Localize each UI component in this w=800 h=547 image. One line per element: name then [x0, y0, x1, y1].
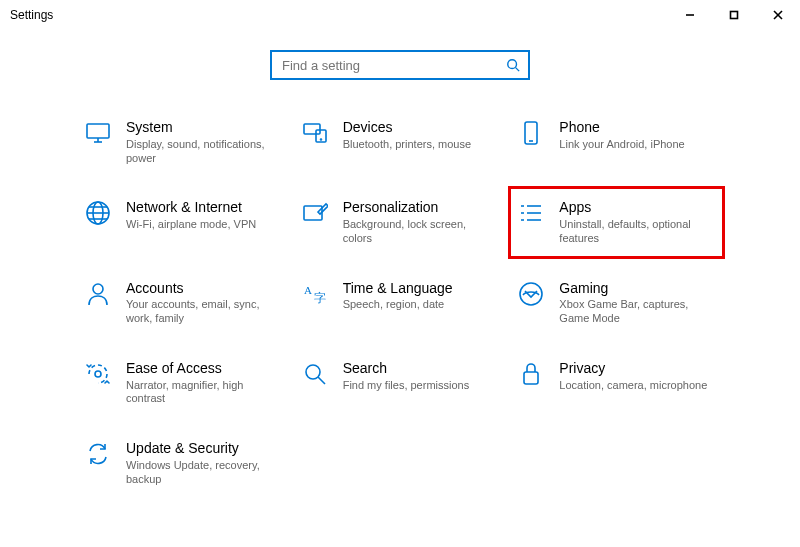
settings-grid: System Display, sound, notifications, po…: [40, 115, 760, 490]
category-desc: Uninstall, defaults, optional features: [559, 218, 709, 246]
svg-text:字: 字: [314, 291, 326, 305]
svg-line-32: [318, 377, 325, 384]
accounts-icon: [84, 280, 112, 308]
search-category-icon: [301, 360, 329, 388]
category-phone[interactable]: Phone Link your Android, iPhone: [513, 115, 720, 169]
category-title: Ease of Access: [126, 360, 276, 377]
category-desc: Bluetooth, printers, mouse: [343, 138, 471, 152]
search-input[interactable]: [280, 57, 506, 74]
category-desc: Display, sound, notifications, power: [126, 138, 276, 166]
close-button[interactable]: [756, 0, 800, 30]
svg-point-26: [93, 284, 103, 294]
category-desc: Location, camera, microphone: [559, 379, 707, 393]
category-desc: Narrator, magnifier, high contrast: [126, 379, 276, 407]
category-desc: Windows Update, recovery, backup: [126, 459, 276, 487]
window-controls: [668, 0, 800, 30]
svg-point-11: [320, 139, 321, 140]
category-desc: Background, lock screen, colors: [343, 218, 493, 246]
network-icon: [84, 199, 112, 227]
svg-point-30: [95, 371, 101, 377]
svg-point-31: [306, 365, 320, 379]
category-apps[interactable]: Apps Uninstall, defaults, optional featu…: [513, 191, 720, 253]
update-security-icon: [84, 440, 112, 468]
apps-icon: [517, 199, 545, 227]
privacy-icon: [517, 360, 545, 388]
search-box[interactable]: [270, 50, 530, 80]
category-privacy[interactable]: Privacy Location, camera, microphone: [513, 356, 720, 410]
devices-icon: [301, 119, 329, 147]
svg-point-4: [508, 60, 517, 69]
search-container: [40, 50, 760, 80]
system-icon: [84, 119, 112, 147]
time-language-icon: A字: [301, 280, 329, 308]
minimize-button[interactable]: [668, 0, 712, 30]
content-area: System Display, sound, notifications, po…: [0, 30, 800, 490]
svg-line-5: [516, 68, 520, 72]
category-network[interactable]: Network & Internet Wi-Fi, airplane mode,…: [80, 195, 287, 249]
category-title: Phone: [559, 119, 684, 136]
category-time-language[interactable]: A字 Time & Language Speech, region, date: [297, 276, 504, 330]
category-title: Update & Security: [126, 440, 276, 457]
category-desc: Link your Android, iPhone: [559, 138, 684, 152]
category-title: Search: [343, 360, 470, 377]
category-personalization[interactable]: Personalization Background, lock screen,…: [297, 195, 504, 249]
category-title: Apps: [559, 199, 709, 216]
category-devices[interactable]: Devices Bluetooth, printers, mouse: [297, 115, 504, 169]
svg-rect-33: [524, 372, 538, 384]
category-title: Time & Language: [343, 280, 453, 297]
category-title: System: [126, 119, 276, 136]
svg-rect-9: [304, 124, 320, 134]
category-ease-of-access[interactable]: Ease of Access Narrator, magnifier, high…: [80, 356, 287, 410]
gaming-icon: [517, 280, 545, 308]
category-title: Privacy: [559, 360, 707, 377]
category-title: Devices: [343, 119, 471, 136]
category-title: Personalization: [343, 199, 493, 216]
titlebar: Settings: [0, 0, 800, 30]
category-title: Network & Internet: [126, 199, 256, 216]
personalization-icon: [301, 199, 329, 227]
category-desc: Xbox Game Bar, captures, Game Mode: [559, 298, 709, 326]
maximize-button[interactable]: [712, 0, 756, 30]
phone-icon: [517, 119, 545, 147]
ease-of-access-icon: [84, 360, 112, 388]
category-desc: Your accounts, email, sync, work, family: [126, 298, 276, 326]
window-title: Settings: [10, 8, 53, 22]
close-icon: [773, 10, 783, 20]
category-search[interactable]: Search Find my files, permissions: [297, 356, 504, 410]
category-desc: Wi-Fi, airplane mode, VPN: [126, 218, 256, 232]
search-icon: [506, 58, 520, 72]
minimize-icon: [685, 10, 695, 20]
category-gaming[interactable]: Gaming Xbox Game Bar, captures, Game Mod…: [513, 276, 720, 330]
category-title: Accounts: [126, 280, 276, 297]
category-system[interactable]: System Display, sound, notifications, po…: [80, 115, 287, 169]
svg-rect-1: [731, 12, 738, 19]
svg-text:A: A: [304, 284, 312, 296]
svg-rect-6: [87, 124, 109, 138]
maximize-icon: [729, 10, 739, 20]
category-accounts[interactable]: Accounts Your accounts, email, sync, wor…: [80, 276, 287, 330]
category-title: Gaming: [559, 280, 709, 297]
category-desc: Speech, region, date: [343, 298, 453, 312]
category-desc: Find my files, permissions: [343, 379, 470, 393]
category-update-security[interactable]: Update & Security Windows Update, recove…: [80, 436, 287, 490]
